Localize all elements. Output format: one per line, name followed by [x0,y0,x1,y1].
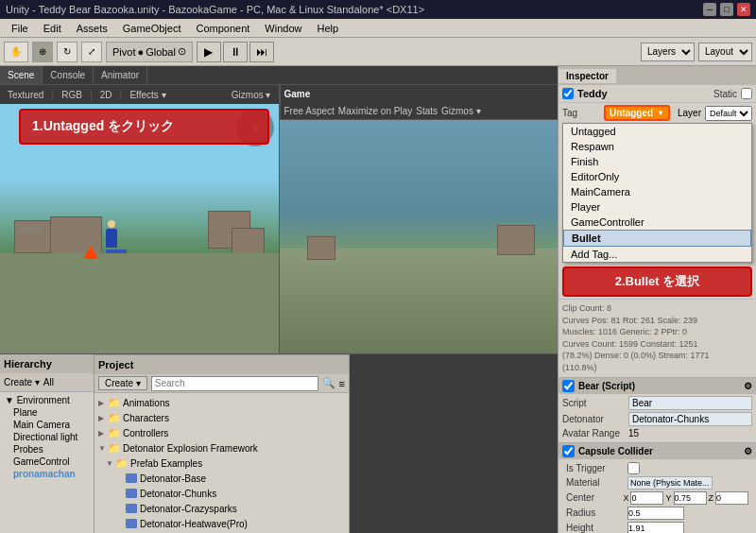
aspect-label[interactable]: Free Aspect [284,106,335,116]
capsule-checkbox[interactable] [562,445,575,457]
height-input[interactable] [627,522,684,533]
annotation-step2: 2.Bullet を選択 [562,266,752,297]
hand-tool[interactable]: ✋ [4,42,28,62]
dropdown-item-finish[interactable]: Finish [563,154,751,169]
material-value: None (Physic Mate... [627,476,713,490]
stats-btn[interactable]: Stats [416,106,438,116]
rgb-btn[interactable]: RGB [58,90,86,100]
tag-dropdown-trigger[interactable]: Untagged ▼ [604,105,670,121]
scene-viewport[interactable]: ← Front ⊕ 1.Un [0,104,279,353]
file-detonator-base[interactable]: Detonator-Base [96,471,347,486]
file-detonator-chunks[interactable]: Detonator-Chunks [96,486,347,501]
static-checkbox[interactable] [741,88,752,99]
object-active-checkbox[interactable] [562,88,574,99]
folder-controllers[interactable]: ▶ 📁 Controllers [96,425,347,440]
folder-animations[interactable]: ▶ 📁 Animations [96,395,347,410]
menu-edit[interactable]: Edit [36,21,69,36]
dropdown-item-player[interactable]: Player [563,199,751,215]
dropdown-item-maincamera[interactable]: MainCamera [563,184,751,199]
bear-script-gear[interactable]: ⚙ [744,381,752,391]
minimize-button[interactable]: ─ [703,3,716,16]
hier-item-plane[interactable]: Plane [2,406,92,419]
menu-help[interactable]: Help [309,21,346,36]
play-button[interactable]: ▶ [197,42,221,62]
avatar-label: Avatar Range [562,428,628,438]
object-name: Teddy [577,88,710,99]
move-tool[interactable]: ⊕ [32,42,53,62]
character-figure [106,229,127,253]
radius-row: Radius [562,506,752,521]
file-detonator-heatwave[interactable]: Detonator-Heatwave(Pro) [96,516,347,531]
folder-prefab-label: Prefab Examples [130,458,202,469]
maximize-btn[interactable]: Maximize on Play [338,106,412,116]
bear-script-header[interactable]: Bear (Script) ⚙ [558,377,756,394]
file-icon [125,517,138,530]
game-tab[interactable]: Game [284,89,311,99]
capsule-collider-header[interactable]: Capsule Collider ⚙ [558,442,756,459]
hier-item-pronamachan[interactable]: pronamachan [2,468,92,480]
effects-btn[interactable]: Effects ▾ [126,90,169,100]
pause-button[interactable]: ⏸ [223,42,248,62]
project-tree: ▶ 📁 Animations ▶ 📁 Characters ▶ 📁 C [94,393,349,533]
inspector-tab[interactable]: Inspector [558,69,616,83]
dropdown-item-untagged[interactable]: Untagged [563,124,751,139]
pivot-global-toggle[interactable]: Pivot ● Global ⊙ [106,42,193,62]
menu-gameobject[interactable]: GameObject [115,21,189,36]
file-detonator-base-label: Detonator-Base [140,473,206,484]
inspector-tab-bar: Inspector [558,66,756,85]
maximize-button[interactable]: □ [720,3,733,16]
tabs-spacer [147,66,558,84]
dropdown-item-gamecontroller[interactable]: GameController [563,215,751,230]
menu-component[interactable]: Component [188,21,257,36]
scale-tool[interactable]: ⤢ [81,42,102,62]
cx-input[interactable] [630,491,663,505]
material-label: Material [566,477,627,488]
hier-item-maincamera[interactable]: Main Camera [2,419,92,431]
bear-script-checkbox[interactable] [562,380,575,392]
textured-btn[interactable]: Textured [4,90,47,100]
game-viewport[interactable] [280,120,558,353]
project-title: Project [98,359,133,370]
folder-detonator[interactable]: ▼ 📁 Detonator Explosion Framework [96,440,347,456]
tag-dropdown-arrow: ▼ [657,109,664,117]
folder-prefab-examples[interactable]: ▼ 📁 Prefab Examples [96,456,347,471]
radius-input[interactable] [627,507,684,520]
gizmos-btn[interactable]: Gizmos ▾ [228,90,275,100]
tab-scene[interactable]: Scene [0,66,43,84]
menu-assets[interactable]: Assets [69,21,115,36]
dropdown-item-editoronly[interactable]: EditorOnly [563,169,751,184]
menu-file[interactable]: File [4,21,36,36]
project-search[interactable] [151,376,318,391]
gizmos-game-btn[interactable]: Gizmos ▾ [441,106,481,116]
global-label: Global [146,46,176,58]
top-tabs: Scene Console Animator [0,66,558,85]
dropdown-item-bullet[interactable]: Bullet [563,230,751,247]
hier-item-gamecontrol[interactable]: GameControl [2,456,92,468]
step-button[interactable]: ⏭ [249,42,274,62]
hier-item-directional[interactable]: Directional light [2,431,92,443]
tab-animator[interactable]: Animator [94,66,147,84]
2d-btn[interactable]: 2D [96,90,116,100]
trigger-row: Is Trigger [562,461,752,475]
hier-create-btn[interactable]: Create ▾ [4,377,40,387]
rotate-tool[interactable]: ↻ [57,42,77,62]
hier-item-environment[interactable]: ▼ Environment [2,394,92,406]
project-search-icon[interactable]: 🔍 [322,377,335,389]
project-grid-icon[interactable]: ≡ [339,378,345,389]
layers-select[interactable]: Layers [641,43,695,61]
dropdown-item-addtag[interactable]: Add Tag... [563,247,751,262]
capsule-gear[interactable]: ⚙ [744,446,752,456]
cz-input[interactable] [715,491,748,505]
layer-select[interactable]: Default [705,106,752,121]
close-button[interactable]: ✕ [737,3,750,16]
dropdown-item-respawn[interactable]: Respawn [563,139,751,154]
layout-select[interactable]: Layout [698,43,752,61]
hier-item-probes[interactable]: Probes [2,443,92,456]
folder-characters[interactable]: ▶ 📁 Characters [96,410,347,425]
tab-console[interactable]: Console [43,66,94,84]
trigger-checkbox[interactable] [627,462,640,474]
cy-input[interactable] [674,491,707,505]
project-create-btn[interactable]: Create ▾ [98,376,147,390]
file-detonator-crazysparks[interactable]: Detonator-Crazysparks [96,501,347,516]
menu-window[interactable]: Window [257,21,309,36]
